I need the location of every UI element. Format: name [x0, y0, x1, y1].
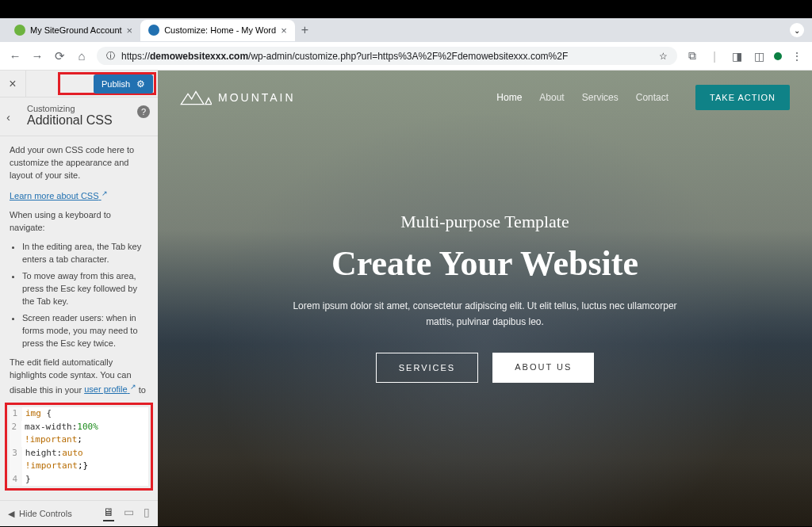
panel-icon[interactable]: ◫ [752, 50, 766, 63]
collapse-icon: ◀ [8, 509, 14, 519]
tablet-preview-icon[interactable]: ▭ [124, 506, 134, 521]
home-icon[interactable]: ⌂ [75, 49, 89, 63]
services-button[interactable]: SERVICES [376, 353, 478, 383]
url-text: https://demowebsitexxx.com/wp-admin/cust… [121, 51, 653, 62]
page-toggle-icon[interactable]: ◨ [730, 50, 744, 63]
nav-home[interactable]: Home [496, 92, 522, 103]
intro-text: Add your own CSS code here to customize … [10, 144, 148, 182]
user-profile-link[interactable]: user profile ↗ [84, 384, 136, 394]
hero-description: Lorem ipsum dolor sit amet, consectetur … [279, 298, 691, 330]
forward-icon[interactable]: → [30, 49, 44, 63]
external-link-icon: ↗ [130, 382, 136, 392]
take-action-button[interactable]: TAKE ACTION [695, 85, 790, 110]
publish-button[interactable]: Publish ⚙ [94, 74, 153, 94]
close-icon[interactable]: × [281, 25, 287, 36]
hide-controls-button[interactable]: ◀ Hide Controls [8, 509, 72, 519]
customizer-sidebar: × Publish ⚙ ‹ ? Customizing Additional C… [0, 71, 158, 526]
menu-icon[interactable]: ⋮ [790, 50, 804, 63]
reload-icon[interactable]: ⟳ [52, 49, 67, 63]
back-icon[interactable]: ← [8, 49, 22, 63]
site-logo[interactable]: MOUNTAIN [180, 89, 296, 106]
external-link-icon: ↗ [102, 189, 108, 199]
site-info-icon[interactable]: ⓘ [106, 50, 115, 62]
nav-about[interactable]: About [539, 92, 564, 103]
mobile-preview-icon[interactable]: ▯ [144, 506, 150, 521]
extensions-icon[interactable]: ⧉ [685, 49, 699, 63]
tip-item: In the editing area, the Tab key enters … [22, 241, 148, 266]
browser-toolbar: ← → ⟳ ⌂ ⓘ https://demowebsitexxx.com/wp-… [0, 42, 812, 71]
tab-customize[interactable]: Customize: Home - My Word × [140, 20, 295, 41]
close-icon[interactable]: × [127, 25, 133, 36]
learn-more-link[interactable]: Learn more about CSS ↗ [10, 191, 108, 200]
tab-strip: My SiteGround Account × Customize: Home … [0, 18, 812, 42]
nav-services[interactable]: Services [582, 92, 619, 103]
gear-icon[interactable]: ⚙ [136, 78, 145, 90]
back-button[interactable]: ‹ [6, 110, 10, 124]
hero-subtitle: Multi-purpose Template [190, 212, 780, 232]
tab-title: My SiteGround Account [30, 25, 122, 35]
desktop-preview-icon[interactable]: 🖥 [103, 506, 114, 521]
tab-title: Customize: Home - My Word [164, 25, 276, 35]
keyboard-heading: When using a keyboard to navigate: [10, 209, 148, 235]
star-icon[interactable]: ☆ [659, 51, 668, 62]
profile-icon[interactable] [774, 52, 782, 60]
tip-item: Screen reader users: when in forms mode,… [22, 312, 148, 350]
annotation-highlight: 1img { 2max-width:100% !important; 3heig… [5, 403, 153, 491]
mountain-logo-icon [180, 89, 212, 106]
tabs-dropdown-icon[interactable]: ⌄ [790, 23, 804, 37]
hero-title: Create Your Website [190, 243, 780, 284]
section-title: Additional CSS [27, 113, 148, 128]
tab-siteground[interactable]: My SiteGround Account × [6, 20, 140, 41]
css-editor[interactable]: 1img { 2max-width:100% !important; 3heig… [10, 407, 148, 486]
wordpress-favicon-icon [148, 25, 159, 36]
about-us-button[interactable]: ABOUT US [492, 353, 594, 383]
customizing-label: Customizing [27, 104, 148, 113]
address-bar[interactable]: ⓘ https://demowebsitexxx.com/wp-admin/cu… [97, 47, 677, 65]
help-icon[interactable]: ? [137, 105, 150, 118]
siteground-favicon-icon [14, 25, 25, 36]
nav-contact[interactable]: Contact [636, 92, 668, 103]
close-customizer-button[interactable]: × [0, 71, 26, 97]
new-tab-button[interactable]: + [295, 23, 315, 37]
edit-field-note: The edit field automatically highlights … [10, 357, 148, 398]
browser-chrome: My SiteGround Account × Customize: Home … [0, 18, 812, 71]
site-preview: MOUNTAIN Home About Services Contact TAK… [158, 71, 812, 526]
tip-item: To move away from this area, press the E… [22, 270, 148, 308]
